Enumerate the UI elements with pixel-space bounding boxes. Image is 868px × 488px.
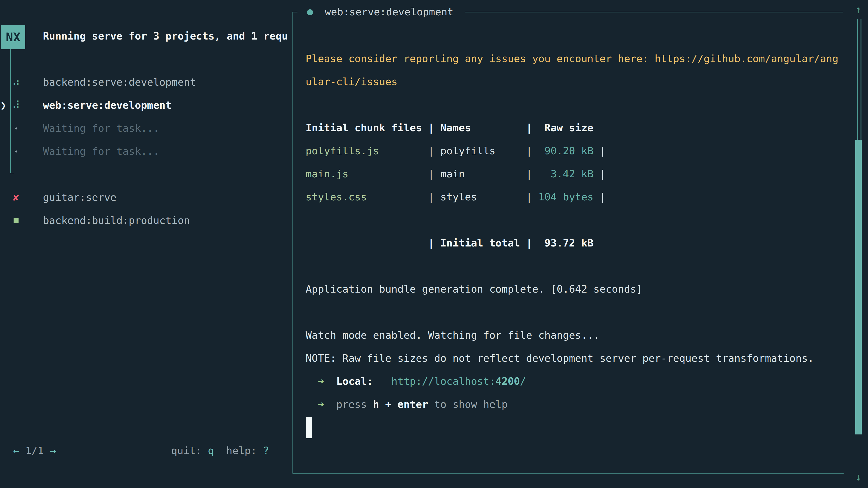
local-url-line: ➜ Local: http://localhost:4200/ xyxy=(306,370,852,393)
task-tree-corner xyxy=(10,173,14,173)
watch-mode-text: Watch mode enabled. Watching for file ch… xyxy=(306,329,599,341)
chunk-names: | styles | xyxy=(428,191,532,203)
terminal-line-blank xyxy=(306,255,852,278)
chunk-file-name: styles.css xyxy=(306,191,428,203)
panel-border-top xyxy=(292,12,298,12)
active-task-bullet-icon xyxy=(307,9,313,15)
initial-total: | Initial total | 93.72 kB xyxy=(306,237,593,249)
help-keys: h + enter xyxy=(373,398,428,410)
task-label: Waiting for task... xyxy=(43,140,159,163)
localhost-url[interactable]: http://localhost: xyxy=(391,375,495,387)
scroll-down-icon[interactable]: ↓ xyxy=(852,467,864,486)
pagination-next-icon[interactable]: → xyxy=(50,445,56,457)
note-text: NOTE: Raw file sizes do not reflect deve… xyxy=(306,352,814,364)
terminal-panel-title: web:serve:development xyxy=(325,1,454,23)
table-total-row: | Initial total | 93.72 kB xyxy=(306,232,852,255)
quit-label: quit: xyxy=(171,445,208,457)
success-square-icon xyxy=(13,218,19,223)
help-hint-line: ➜ press h + enter to show help xyxy=(306,393,852,416)
bundle-complete-text: Application bundle generation complete. … xyxy=(306,283,643,295)
pagination-prev-icon[interactable]: ← xyxy=(13,445,19,457)
terminal-line: Application bundle generation complete. … xyxy=(306,278,852,301)
selection-caret-icon: ❯ xyxy=(0,94,9,117)
chunk-names: | polyfills | xyxy=(428,145,532,157)
terminal-line-blank xyxy=(306,93,852,116)
chunk-size: 3.42 kB xyxy=(532,168,593,180)
terminal-line: Please consider reporting any issues you… xyxy=(306,47,852,70)
task-label: backend:build:production xyxy=(43,209,190,232)
table-row: polyfills.js | polyfills | 90.20 kB | xyxy=(306,139,852,162)
task-label: backend:serve:development xyxy=(43,70,196,94)
help-key: ? xyxy=(263,445,269,457)
quit-key: q xyxy=(208,445,214,457)
terminal-line: ular-cli/issues xyxy=(306,70,852,93)
terminal-line-blank xyxy=(306,416,852,439)
task-label: web:serve:development xyxy=(43,94,172,117)
page-title: Running serve for 3 projects, and 1 requ xyxy=(43,24,291,48)
terminal-line-blank xyxy=(306,208,852,232)
task-label: Waiting for task... xyxy=(43,117,159,140)
hotkey-hints: quit: q help: ? xyxy=(171,439,269,462)
nx-logo: NX xyxy=(1,25,25,49)
scrollbar-track[interactable] xyxy=(857,19,862,140)
help-suffix: to show help xyxy=(428,398,508,410)
table-row: main.js | main | 3.42 kB | xyxy=(306,162,852,186)
spinner-icon: ⠴ xyxy=(10,70,22,94)
table-row: styles.css | styles | 104 bytes | xyxy=(306,186,852,208)
task-item-backend-build[interactable]: backend:build:production xyxy=(0,209,291,232)
panel-border-bottom xyxy=(292,473,844,474)
scrollbar-thumb[interactable] xyxy=(855,140,862,434)
notice-text: Please consider reporting any issues you… xyxy=(306,53,838,65)
prompt-arrow-icon: ➜ xyxy=(318,370,324,393)
pagination-page: 1/1 xyxy=(25,445,43,457)
task-item-waiting-1[interactable]: Waiting for task... xyxy=(0,117,291,140)
prompt-arrow-icon: ➜ xyxy=(318,393,324,416)
task-item-backend-serve[interactable]: ⠴ backend:serve:development xyxy=(0,70,291,94)
scroll-up-icon[interactable]: ↑ xyxy=(852,0,864,19)
help-prefix: press xyxy=(336,398,373,410)
terminal-cursor xyxy=(306,417,312,438)
pagination: ← 1/1 → xyxy=(13,439,56,462)
chunk-size: 104 bytes xyxy=(532,191,593,203)
task-item-web-serve[interactable]: ❯ ⠼ web:serve:development xyxy=(0,94,291,117)
local-label: Local: xyxy=(336,375,373,387)
panel-border-left xyxy=(292,12,293,474)
task-label: guitar:serve xyxy=(43,186,116,209)
chunk-file-name: polyfills.js xyxy=(306,145,428,157)
table-header: Initial chunk files | Names | Raw size xyxy=(306,122,593,134)
terminal-line: Watch mode enabled. Watching for file ch… xyxy=(306,324,852,347)
waiting-dot-icon xyxy=(15,151,17,153)
panel-border-top xyxy=(465,12,843,12)
waiting-dot-icon xyxy=(15,127,17,129)
terminal-line-blank xyxy=(306,301,852,324)
chunk-size: 90.20 kB xyxy=(532,145,593,157)
task-item-guitar-serve[interactable]: ✘ guitar:serve xyxy=(0,186,291,209)
chunk-file-name: main.js xyxy=(306,168,428,180)
failed-x-icon: ✘ xyxy=(10,186,22,209)
task-item-waiting-2[interactable]: Waiting for task... xyxy=(0,140,291,163)
table-header-row: Initial chunk files | Names | Raw size xyxy=(306,116,852,139)
help-label: help: xyxy=(226,445,263,457)
spinner-icon: ⠼ xyxy=(10,94,22,117)
terminal-line: NOTE: Raw file sizes do not reflect deve… xyxy=(306,347,852,370)
terminal-output: Please consider reporting any issues you… xyxy=(306,47,852,439)
chunk-names: | main | xyxy=(428,168,532,180)
notice-text: ular-cli/issues xyxy=(306,76,397,88)
localhost-port[interactable]: 4200 xyxy=(495,375,520,387)
